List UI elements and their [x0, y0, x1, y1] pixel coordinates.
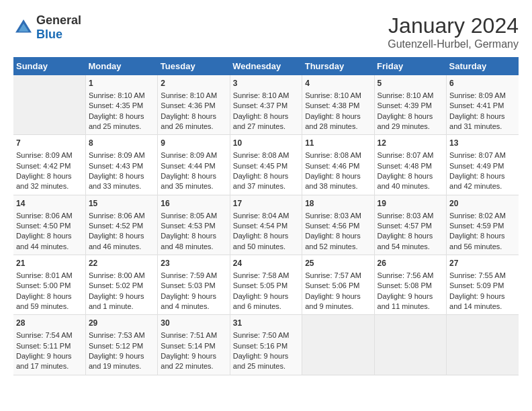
- calendar-cell: 1Sunrise: 8:10 AMSunset: 4:35 PMDaylight…: [85, 75, 157, 135]
- sunrise-text: Sunrise: 8:07 AM: [449, 150, 516, 161]
- sunset-text: Sunset: 4:39 PM: [378, 101, 443, 111]
- daylight-text: Daylight: 9 hours and 6 minutes.: [233, 291, 299, 312]
- calendar-week-row: 1Sunrise: 8:10 AMSunset: 4:35 PMDaylight…: [13, 75, 519, 135]
- daylight-text: Daylight: 8 hours and 50 minutes.: [233, 231, 299, 252]
- daylight-text: Daylight: 8 hours and 42 minutes.: [449, 171, 516, 192]
- day-number: 19: [378, 198, 443, 210]
- sunrise-text: Sunrise: 8:00 AM: [89, 271, 154, 281]
- day-number: 7: [16, 138, 83, 149]
- daylight-text: Daylight: 8 hours and 35 minutes.: [161, 171, 226, 192]
- day-number: 8: [89, 138, 154, 149]
- day-number: 30: [161, 318, 226, 329]
- daylight-text: Daylight: 8 hours and 54 minutes.: [378, 231, 443, 252]
- day-number: 14: [16, 198, 83, 210]
- sunrise-text: Sunrise: 8:05 AM: [161, 211, 226, 221]
- sunrise-text: Sunrise: 8:03 AM: [378, 211, 443, 221]
- day-number: 22: [89, 258, 154, 269]
- sunset-text: Sunset: 5:14 PM: [161, 341, 226, 351]
- sunrise-text: Sunrise: 8:09 AM: [89, 150, 154, 161]
- calendar-cell: 15Sunrise: 8:06 AMSunset: 4:52 PMDayligh…: [85, 195, 157, 255]
- sunset-text: Sunset: 4:49 PM: [449, 161, 516, 171]
- day-number: 11: [305, 138, 371, 149]
- sunrise-text: Sunrise: 8:10 AM: [305, 91, 371, 101]
- logo-blue-text: Blue: [36, 28, 62, 41]
- main-title: January 2024: [388, 13, 519, 38]
- calendar-week-row: 7Sunrise: 8:09 AMSunset: 4:42 PMDaylight…: [13, 135, 519, 195]
- sunset-text: Sunset: 4:52 PM: [89, 221, 154, 231]
- daylight-text: Daylight: 9 hours and 4 minutes.: [161, 291, 226, 312]
- calendar-cell: 27Sunrise: 7:55 AMSunset: 5:09 PMDayligh…: [447, 255, 519, 315]
- sunrise-text: Sunrise: 7:53 AM: [89, 330, 154, 340]
- sunset-text: Sunset: 4:41 PM: [449, 101, 516, 111]
- day-number: 10: [233, 138, 299, 149]
- daylight-text: Daylight: 8 hours and 28 minutes.: [305, 111, 371, 132]
- day-number: 27: [449, 258, 516, 269]
- calendar-table: SundayMondayTuesdayWednesdayThursdayFrid…: [13, 57, 519, 375]
- sunrise-text: Sunrise: 7:57 AM: [305, 271, 371, 281]
- sunrise-text: Sunrise: 8:02 AM: [449, 211, 516, 221]
- calendar-cell: 10Sunrise: 8:08 AMSunset: 4:45 PMDayligh…: [230, 135, 302, 195]
- calendar-week-row: 14Sunrise: 8:06 AMSunset: 4:50 PMDayligh…: [13, 195, 519, 255]
- sunrise-text: Sunrise: 8:10 AM: [89, 91, 154, 101]
- sunrise-text: Sunrise: 8:09 AM: [161, 150, 226, 161]
- calendar-cell: 31Sunrise: 7:50 AMSunset: 5:16 PMDayligh…: [230, 315, 302, 375]
- logo: General Blue: [13, 13, 81, 42]
- sunrise-text: Sunrise: 8:10 AM: [233, 91, 299, 101]
- daylight-text: Daylight: 9 hours and 14 minutes.: [449, 291, 516, 312]
- day-number: 15: [89, 198, 154, 210]
- daylight-text: Daylight: 9 hours and 11 minutes.: [378, 291, 443, 312]
- calendar-cell: 17Sunrise: 8:04 AMSunset: 4:54 PMDayligh…: [230, 195, 302, 255]
- sunset-text: Sunset: 4:48 PM: [378, 161, 443, 171]
- page-header: General Blue January 2024 Gutenzell-Hurb…: [13, 13, 519, 50]
- sunset-text: Sunset: 4:57 PM: [378, 221, 443, 231]
- daylight-text: Daylight: 8 hours and 46 minutes.: [89, 231, 154, 252]
- sunrise-text: Sunrise: 7:58 AM: [233, 271, 299, 281]
- sunrise-text: Sunrise: 7:51 AM: [161, 330, 226, 340]
- sunset-text: Sunset: 4:42 PM: [16, 161, 83, 171]
- calendar-cell: 4Sunrise: 8:10 AMSunset: 4:38 PMDaylight…: [302, 75, 374, 135]
- calendar-cell: 23Sunrise: 7:59 AMSunset: 5:03 PMDayligh…: [158, 255, 230, 315]
- day-number: 26: [378, 258, 443, 269]
- weekday-header-friday: Friday: [374, 57, 446, 75]
- daylight-text: Daylight: 8 hours and 52 minutes.: [305, 231, 371, 252]
- daylight-text: Daylight: 8 hours and 31 minutes.: [449, 111, 516, 132]
- sunset-text: Sunset: 4:46 PM: [305, 161, 371, 171]
- day-number: 6: [449, 78, 516, 89]
- day-number: 21: [16, 258, 83, 269]
- day-number: 28: [16, 318, 83, 329]
- calendar-cell: 18Sunrise: 8:03 AMSunset: 4:56 PMDayligh…: [302, 195, 374, 255]
- sunset-text: Sunset: 5:16 PM: [233, 341, 299, 351]
- logo-icon: [13, 17, 34, 38]
- weekday-header-monday: Monday: [85, 57, 157, 75]
- daylight-text: Daylight: 8 hours and 29 minutes.: [378, 111, 443, 132]
- calendar-cell: 5Sunrise: 8:10 AMSunset: 4:39 PMDaylight…: [374, 75, 446, 135]
- weekday-header-thursday: Thursday: [302, 57, 374, 75]
- daylight-text: Daylight: 9 hours and 9 minutes.: [305, 291, 371, 312]
- sunset-text: Sunset: 4:59 PM: [449, 221, 516, 231]
- sunrise-text: Sunrise: 8:10 AM: [161, 91, 226, 101]
- calendar-week-row: 21Sunrise: 8:01 AMSunset: 5:00 PMDayligh…: [13, 255, 519, 315]
- sunrise-text: Sunrise: 7:59 AM: [161, 271, 226, 281]
- calendar-cell: 7Sunrise: 8:09 AMSunset: 4:42 PMDaylight…: [13, 135, 85, 195]
- weekday-header-wednesday: Wednesday: [230, 57, 302, 75]
- daylight-text: Daylight: 8 hours and 48 minutes.: [161, 231, 226, 252]
- sunrise-text: Sunrise: 8:10 AM: [378, 91, 443, 101]
- sunrise-text: Sunrise: 7:55 AM: [449, 271, 516, 281]
- sunrise-text: Sunrise: 8:08 AM: [305, 150, 371, 161]
- sunset-text: Sunset: 5:08 PM: [378, 281, 443, 291]
- sunset-text: Sunset: 5:09 PM: [449, 281, 516, 291]
- sunset-text: Sunset: 4:53 PM: [161, 221, 226, 231]
- daylight-text: Daylight: 8 hours and 37 minutes.: [233, 171, 299, 192]
- weekday-header-saturday: Saturday: [447, 57, 519, 75]
- sunrise-text: Sunrise: 7:54 AM: [16, 330, 83, 340]
- subtitle: Gutenzell-Hurbel, Germany: [388, 38, 519, 50]
- daylight-text: Daylight: 8 hours and 44 minutes.: [16, 231, 83, 252]
- day-number: 12: [378, 138, 443, 149]
- daylight-text: Daylight: 9 hours and 19 minutes.: [89, 351, 154, 372]
- daylight-text: Daylight: 8 hours and 32 minutes.: [16, 171, 83, 192]
- calendar-cell: 8Sunrise: 8:09 AMSunset: 4:43 PMDaylight…: [85, 135, 157, 195]
- calendar-cell: 14Sunrise: 8:06 AMSunset: 4:50 PMDayligh…: [13, 195, 85, 255]
- sunset-text: Sunset: 4:56 PM: [305, 221, 371, 231]
- calendar-cell: 6Sunrise: 8:09 AMSunset: 4:41 PMDaylight…: [447, 75, 519, 135]
- sunset-text: Sunset: 5:11 PM: [16, 341, 83, 351]
